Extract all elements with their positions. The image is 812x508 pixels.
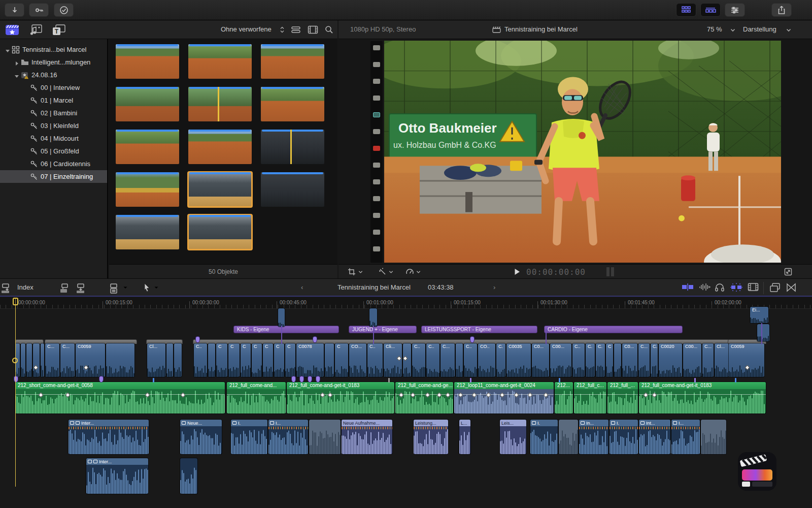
- video-clip[interactable]: C..: [464, 343, 477, 377]
- audio-clip[interactable]: 212_full_come-and-ge...: [395, 382, 453, 414]
- clip-appearance-button[interactable]: [748, 282, 759, 294]
- search-icon[interactable]: [325, 25, 333, 34]
- insert-edit-button[interactable]: [75, 282, 86, 296]
- video-clip[interactable]: Cl...: [147, 343, 165, 377]
- video-clip[interactable]: C..: [426, 343, 439, 377]
- clip-filter-select[interactable]: Ohne verworfene: [221, 25, 272, 33]
- sidebar-item-05-gro-feld[interactable]: 05 | Großfeld: [0, 145, 107, 157]
- volume-line[interactable]: [555, 394, 573, 395]
- browser-view-button[interactable]: [676, 3, 696, 17]
- clip-thumbnail[interactable]: [188, 215, 252, 249]
- clip-thumbnail[interactable]: [261, 172, 324, 207]
- video-clip[interactable]: C0...: [532, 343, 549, 377]
- timeline-project-title[interactable]: Tennistraining bei Marcel: [337, 283, 411, 291]
- list-view-icon[interactable]: [291, 26, 301, 34]
- sidebar-item-04-midcourt[interactable]: 04 | Midcourt: [0, 132, 107, 145]
- todo-marker-pin[interactable]: [99, 376, 104, 383]
- video-clip[interactable]: [208, 343, 215, 377]
- audio-clip[interactable]: 212_full_c...: [574, 382, 606, 414]
- disclosure-closed-icon[interactable]: [14, 60, 19, 65]
- share-button[interactable]: [771, 3, 792, 17]
- audio-clip[interactable]: 212_full_...: [607, 382, 638, 414]
- volume-line[interactable]: [15, 394, 225, 395]
- audio-clip[interactable]: 212_full_come-and-get-it_0183: [639, 382, 766, 414]
- connected-clip[interactable]: [701, 420, 726, 454]
- connected-clip[interactable]: Ei...: [750, 307, 768, 323]
- connected-clip[interactable]: [309, 420, 341, 454]
- video-clip[interactable]: C..: [194, 343, 207, 377]
- video-clip[interactable]: [21, 343, 25, 377]
- connected-clip[interactable]: Inter...: [69, 420, 149, 454]
- audio-waveform-button[interactable]: [699, 282, 711, 294]
- video-clip[interactable]: C: [285, 343, 295, 377]
- clip-thumbnail[interactable]: [188, 130, 252, 164]
- video-clip[interactable]: CO..: [478, 343, 495, 377]
- clip-thumbnail[interactable]: [261, 130, 324, 164]
- disclosure-open-icon[interactable]: [14, 73, 19, 78]
- volume-line[interactable]: [607, 394, 638, 395]
- connected-clip[interactable]: Leis...: [500, 420, 526, 454]
- video-clip[interactable]: C.: [596, 343, 605, 377]
- titles-icon[interactable]: T: [52, 24, 65, 36]
- video-clip[interactable]: [456, 343, 463, 377]
- sidebar-item-06-cardiotennis[interactable]: 06 | Cardiotennis: [0, 157, 107, 170]
- sidebar-item-07-einzeltraining[interactable]: 07 | Einzeltraining: [0, 170, 107, 183]
- video-clip[interactable]: C...: [441, 343, 455, 377]
- video-clip[interactable]: C: [335, 343, 348, 377]
- clip-thumbnail[interactable]: [188, 172, 252, 207]
- video-clip[interactable]: C...: [702, 343, 714, 377]
- audio-skimming-button[interactable]: [715, 282, 725, 294]
- connected-clip[interactable]: [369, 308, 377, 327]
- connected-clip[interactable]: I.: [530, 420, 558, 454]
- video-clip[interactable]: [106, 343, 134, 377]
- todo-marker-pin[interactable]: [313, 336, 317, 343]
- sidebar-item-tennistrai-bei-marcel[interactable]: Tennistrai...bei Marcel: [0, 43, 107, 56]
- connected-clip[interactable]: [278, 308, 285, 327]
- sidebar-item-24-08-16[interactable]: 24.08.16: [0, 69, 107, 81]
- clapperboard-star-icon[interactable]: [5, 24, 19, 36]
- retime-tool[interactable]: [405, 265, 421, 279]
- video-clip[interactable]: [325, 343, 334, 377]
- todo-marker-pin[interactable]: [316, 376, 320, 383]
- volume-line[interactable]: [639, 394, 766, 395]
- connected-clip[interactable]: Neue...: [180, 420, 222, 454]
- video-clip[interactable]: C.: [651, 343, 658, 377]
- volume-line[interactable]: [574, 394, 606, 395]
- connected-clip[interactable]: I.: [610, 420, 638, 454]
- video-clip[interactable]: C...: [638, 343, 650, 377]
- video-clip[interactable]: C00...: [683, 343, 701, 377]
- video-clip[interactable]: C..: [412, 343, 425, 377]
- video-clip[interactable]: C0035: [506, 343, 531, 377]
- timeline-history-forward[interactable]: ›: [493, 283, 495, 291]
- todo-marker-pin[interactable]: [308, 376, 312, 383]
- volume-line[interactable]: [395, 394, 453, 395]
- connected-clip[interactable]: Leistung...: [414, 420, 448, 454]
- connected-clip[interactable]: I...: [671, 420, 700, 454]
- video-clip[interactable]: [614, 343, 621, 377]
- keywords-button[interactable]: [29, 3, 49, 17]
- play-button[interactable]: [514, 265, 520, 279]
- video-clip[interactable]: C.: [586, 343, 595, 377]
- video-clip[interactable]: C0078: [296, 343, 324, 377]
- connected-clip[interactable]: [559, 420, 578, 454]
- video-clip[interactable]: C: [216, 343, 227, 377]
- audio-clip[interactable]: 212_loop11_come-and-get-it_0024: [454, 382, 554, 414]
- audio-clip[interactable]: 212_full_come-and...: [227, 382, 286, 414]
- timeline-ruler[interactable]: 00:00:00:0000:00:15:0000:00:30:0000:00:4…: [0, 298, 812, 309]
- sidebar-item-01-marcel[interactable]: 01 | Marcel: [0, 94, 107, 107]
- connected-clip[interactable]: I.: [231, 420, 267, 454]
- chevron-down-icon[interactable]: [123, 286, 128, 290]
- pointer-tool-button[interactable]: [143, 282, 151, 295]
- sidebar-item-02-bambini[interactable]: 02 | Bambini: [0, 107, 107, 119]
- audio-meter-right[interactable]: [611, 267, 614, 276]
- index-button[interactable]: Index: [17, 283, 33, 291]
- keyword-range[interactable]: LEISTUNGSSPORT - Eigene: [421, 326, 537, 333]
- todo-marker-pin[interactable]: [291, 376, 296, 383]
- todo-marker-pin[interactable]: [470, 336, 475, 343]
- filmstrip-view-icon[interactable]: [308, 25, 318, 34]
- sidebar-item-03-kleinfeld[interactable]: 03 | Kleinfeld: [0, 119, 107, 132]
- connected-clip[interactable]: Neue Aufnahme...: [342, 420, 392, 454]
- video-clip[interactable]: C: [241, 343, 251, 377]
- clip-thumbnail[interactable]: [116, 44, 179, 79]
- clip-thumbnail[interactable]: [116, 130, 179, 164]
